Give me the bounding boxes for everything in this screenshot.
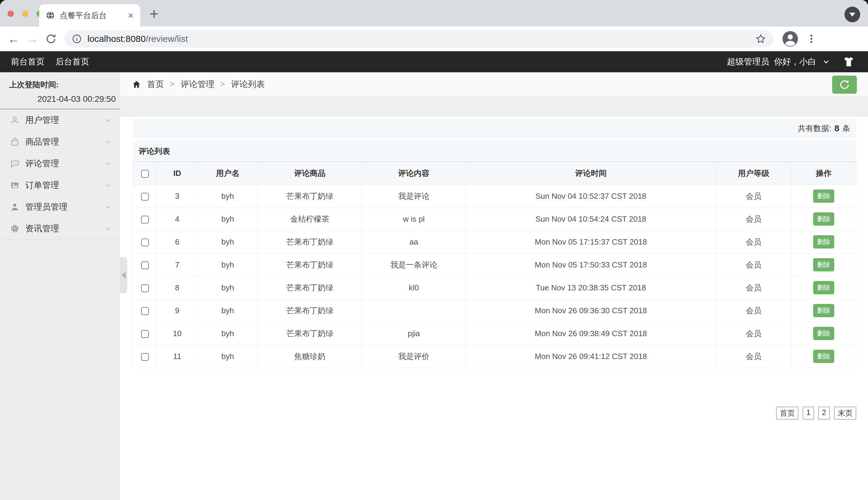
row-checkbox[interactable] — [141, 216, 149, 224]
select-all-header — [133, 162, 157, 185]
cell-id: 9 — [157, 299, 198, 322]
row-select-cell — [133, 276, 157, 299]
tab-close-icon[interactable]: × — [128, 11, 134, 20]
reload-button[interactable] — [42, 33, 60, 45]
delete-button[interactable]: 删除 — [813, 235, 834, 249]
delete-button[interactable]: 删除 — [813, 281, 834, 294]
cell-level: 会员 — [716, 299, 791, 322]
bookmark-star-icon[interactable] — [755, 33, 766, 44]
row-checkbox[interactable] — [141, 193, 149, 201]
back-button[interactable]: ← — [4, 33, 23, 45]
cell-actions: 删除 — [791, 207, 856, 230]
table-row: 4byh金桔柠檬茶w is plSun Nov 04 10:54:24 CST … — [133, 207, 856, 230]
row-checkbox[interactable] — [141, 330, 149, 338]
row-checkbox[interactable] — [141, 261, 149, 269]
cell-level: 会员 — [716, 253, 791, 276]
profile-avatar[interactable] — [782, 31, 799, 47]
row-select-cell — [133, 299, 157, 322]
cell-content: aa — [362, 230, 466, 253]
table-row: 10byh芒果布丁奶绿pjiaMon Nov 26 09:38:49 CST 2… — [133, 322, 856, 345]
column-header-username: 用户名 — [198, 162, 258, 185]
nav-link-front-home[interactable]: 前台首页 — [11, 56, 45, 67]
admin-icon — [10, 202, 20, 212]
cell-id: 4 — [157, 207, 198, 230]
select-all-checkbox[interactable] — [141, 170, 149, 178]
forward-button: → — [23, 33, 42, 45]
cell-actions: 删除 — [791, 276, 856, 299]
delete-button[interactable]: 删除 — [813, 304, 834, 317]
delete-button[interactable]: 删除 — [813, 258, 834, 271]
row-select-cell — [133, 345, 157, 368]
sidebar-item-users[interactable]: 用户管理 — [0, 109, 120, 131]
browser-menu-icon[interactable] — [806, 33, 817, 44]
browser-tab[interactable]: 点餐平台后台 × — [39, 4, 140, 26]
pagination: 首页 1 2 末页 — [133, 407, 856, 420]
chevron-down-icon[interactable] — [822, 58, 830, 66]
cell-level: 会员 — [716, 345, 791, 368]
review-list-panel: 评论列表 ID 用户名 评论商品 评论内容 — [133, 141, 856, 368]
theme-tshirt-icon[interactable] — [843, 56, 855, 68]
delete-button[interactable]: 删除 — [813, 190, 834, 203]
sidebar-item-orders[interactable]: 订单管理 — [0, 174, 120, 196]
address-bar[interactable]: localhost:8080/review/list — [65, 30, 774, 48]
delete-button[interactable]: 删除 — [813, 212, 834, 226]
cell-username: byh — [198, 345, 258, 368]
cell-level: 会员 — [716, 322, 791, 345]
cell-id: 3 — [157, 185, 198, 207]
pagination-first[interactable]: 首页 — [776, 407, 798, 420]
column-header-product: 评论商品 — [258, 162, 362, 185]
sidebar-item-label: 用户管理 — [25, 114, 104, 126]
sidebar-item-products[interactable]: 商品管理 — [0, 131, 120, 153]
row-checkbox[interactable] — [141, 239, 149, 246]
cell-content: w is pl — [362, 207, 466, 230]
delete-button[interactable]: 删除 — [813, 350, 834, 363]
refresh-button[interactable] — [832, 76, 857, 94]
delete-button[interactable]: 删除 — [813, 327, 834, 340]
sidebar-item-admins[interactable]: 管理员管理 — [0, 196, 120, 218]
sidebar-item-news[interactable]: 资讯管理 — [0, 218, 120, 239]
row-checkbox[interactable] — [141, 284, 149, 292]
cell-content — [362, 299, 466, 322]
url-text: localhost:8080/review/list — [87, 34, 755, 44]
close-window-button[interactable] — [8, 11, 14, 17]
cell-id: 6 — [157, 230, 198, 253]
breadcrumb-home[interactable]: 首页 — [147, 79, 164, 90]
breadcrumb-separator: > — [220, 80, 225, 89]
table-row: 3byh芒果布丁奶绿我是评论Sun Nov 04 10:52:37 CST 20… — [133, 185, 856, 207]
pagination-page-2[interactable]: 2 — [818, 407, 830, 420]
sidebar-item-reviews[interactable]: 评论管理 — [0, 153, 120, 174]
sidebar-collapse-handle[interactable] — [120, 257, 127, 293]
nav-link-back-home[interactable]: 后台首页 — [55, 56, 89, 67]
image-icon — [10, 180, 20, 190]
row-checkbox[interactable] — [141, 307, 149, 315]
cell-username: byh — [198, 207, 258, 230]
cell-actions: 删除 — [791, 322, 856, 345]
new-tab-button[interactable]: + — [149, 5, 158, 23]
user-greeting-dropdown[interactable]: 你好，小白 — [774, 56, 816, 67]
stats-bar: 共有数据: 8 条 — [133, 119, 856, 138]
cell-level: 会员 — [716, 207, 791, 230]
breadcrumb-review-management[interactable]: 评论管理 — [180, 79, 214, 90]
last-login-box: 上次登陆时间: 2021-04-03 00:29:50 — [0, 72, 120, 109]
pagination-page-1[interactable]: 1 — [803, 407, 814, 420]
last-login-time: 2021-04-03 00:29:50 — [9, 94, 116, 104]
cell-username: byh — [198, 276, 258, 299]
row-checkbox[interactable] — [141, 353, 149, 361]
cell-id: 10 — [157, 322, 198, 345]
site-info-icon[interactable] — [72, 34, 82, 44]
refresh-icon — [838, 79, 850, 91]
tab-search-button[interactable] — [845, 7, 860, 22]
row-select-cell — [133, 185, 157, 207]
row-select-cell — [133, 207, 157, 230]
pagination-last[interactable]: 末页 — [834, 407, 856, 420]
cell-product: 芒果布丁奶绿 — [258, 185, 362, 207]
breadcrumb-review-list[interactable]: 评论列表 — [231, 79, 265, 90]
cell-time: Tue Nov 13 20:38:35 CST 2018 — [466, 276, 716, 299]
cell-username: byh — [198, 185, 258, 207]
review-table: ID 用户名 评论商品 评论内容 评论时间 用户等级 操作 3byh芒果布丁奶绿… — [133, 161, 856, 368]
minimize-window-button[interactable] — [22, 11, 28, 17]
comment-icon — [10, 159, 20, 168]
last-login-label: 上次登陆时间: — [9, 80, 116, 90]
column-header-level: 用户等级 — [716, 162, 791, 185]
cell-id: 7 — [157, 253, 198, 276]
